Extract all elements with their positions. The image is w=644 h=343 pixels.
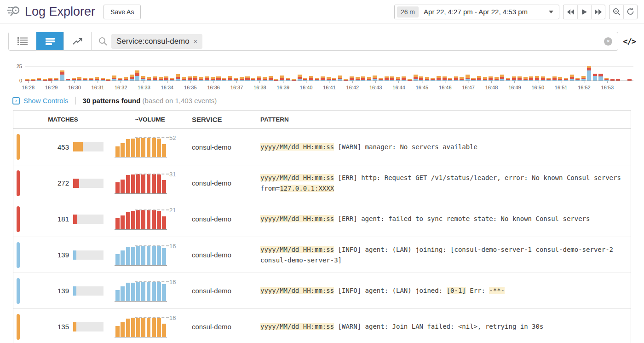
sparkline-max-label: 21 [169, 207, 176, 214]
x-axis-label: 16:48 [485, 81, 498, 91]
pattern-text: yyyy/MM/dd HH:mm:ss [INFO] agent: (LAN) … [260, 244, 631, 266]
severity-bar [17, 170, 20, 196]
x-axis-label: 16:33 [138, 81, 150, 91]
chevron-right-box-icon: › [12, 97, 20, 105]
severity-bar [17, 278, 20, 304]
zoom-refresh-controls [609, 5, 638, 19]
x-axis-label: 16:42 [346, 81, 359, 91]
pattern-text: yyyy/MM/dd HH:mm:ss [ERR] http: Request … [260, 173, 631, 194]
x-axis-label: 16:49 [508, 81, 521, 91]
view-toggle-list[interactable] [9, 32, 36, 50]
chevron-down-icon [549, 11, 553, 13]
matches-count: 181 [58, 215, 69, 223]
x-axis-label: 16:38 [253, 81, 266, 91]
sparkline-max-label: 16 [169, 279, 176, 285]
service-name: consul-demo [184, 143, 260, 151]
x-axis-label: 16:41 [323, 81, 336, 91]
sparkline-max-dash [135, 209, 169, 210]
x-axis-label: 16:31 [92, 81, 104, 91]
severity-bar [17, 242, 20, 268]
page-title: Log Explorer [25, 5, 95, 19]
service-column-header: SERVICE [184, 116, 260, 123]
step-back-button[interactable] [564, 5, 577, 19]
severity-bar [17, 206, 20, 232]
save-as-button[interactable]: Save As [104, 5, 141, 19]
sparkline-max-dash [135, 281, 169, 282]
sparkline-bars [115, 246, 166, 265]
service-name: consul-demo [184, 179, 260, 187]
table-row[interactable]: 272 31 consul-demo yyyy/MM/dd HH:mm:ss [… [13, 165, 631, 201]
view-toggle-patterns[interactable] [36, 32, 64, 50]
zoom-out-icon[interactable] [610, 5, 623, 19]
filter-chip-service[interactable]: Service:consul-demo × [111, 34, 202, 49]
x-axis-label: 16:36 [207, 81, 220, 91]
volume-sparkline: 21 [115, 209, 166, 230]
time-range-text: Apr 22, 4:27 pm - Apr 22, 4:53 pm [424, 8, 528, 16]
pattern-text: yyyy/MM/dd HH:mm:ss [INFO] agent: (LAN) … [260, 285, 631, 296]
play-button[interactable] [577, 5, 591, 19]
service-name: consul-demo [184, 215, 260, 223]
timeline-axis: 16:2816:2916:3016:3116:3216:3316:3416:35… [25, 81, 633, 90]
refresh-icon[interactable] [623, 5, 637, 19]
table-row[interactable]: 453 52 consul-demo yyyy/MM/dd HH:mm:ss [… [13, 129, 631, 165]
show-controls-label: Show Controls [23, 97, 69, 105]
volume-progress-bar [73, 322, 104, 331]
timeline-plot[interactable]: 25 0 [25, 66, 633, 81]
matches-column-header: MATCHES [23, 116, 104, 123]
query-syntax-icon[interactable]: </> [623, 37, 636, 46]
matches-count: 272 [58, 179, 69, 187]
severity-bar [17, 134, 20, 160]
gridline-25 [25, 66, 633, 67]
x-axis-label: 16:30 [68, 81, 81, 91]
sparkline-max-label: 16 [169, 314, 176, 321]
table-row[interactable]: 139 16 consul-demo yyyy/MM/dd HH:mm:ss [… [13, 273, 631, 308]
view-toggle-chart[interactable] [64, 32, 92, 50]
timeline-chart: 25 0 16:2816:2916:3016:3116:3216:3316:34… [25, 66, 633, 90]
search-toolbar: Service:consul-demo × × </> [8, 32, 636, 51]
sparkline-bars [115, 210, 166, 229]
chip-remove-icon[interactable]: × [194, 38, 197, 45]
patterns-found-count: 30 patterns found [83, 97, 141, 105]
sparkline-max-dash [135, 174, 169, 174]
clear-search-icon[interactable]: × [604, 37, 612, 46]
table-row[interactable]: 139 16 consul-demo yyyy/MM/dd HH:mm:ss [… [13, 237, 631, 273]
x-axis-label: 16:43 [369, 81, 382, 91]
matches-count: 453 [58, 143, 69, 151]
search-panel: Service:consul-demo × × [8, 32, 618, 51]
patterns-found-summary: 30 patterns found (based on 1,403 events… [83, 97, 217, 105]
x-axis-label: 16:46 [439, 81, 452, 91]
app-header: Log Explorer Save As 26 m Apr 22, 4:27 p… [0, 0, 644, 24]
time-range-picker[interactable]: 26 m Apr 22, 4:27 pm - Apr 22, 4:53 pm [394, 5, 559, 19]
volume-progress-bar [73, 179, 104, 188]
severity-bar [17, 314, 20, 340]
sparkline-max-label: 16 [169, 243, 176, 250]
x-axis-label: 16:50 [531, 81, 544, 91]
sparkline-bars [115, 282, 166, 301]
service-name: consul-demo [184, 323, 260, 331]
show-controls-link[interactable]: › Show Controls [12, 97, 69, 105]
search-icon [98, 37, 107, 46]
pattern-text: yyyy/MM/dd HH:mm:ss [WARN] manager: No s… [260, 142, 631, 152]
service-name: consul-demo [184, 287, 260, 295]
table-row[interactable]: 135 16 consul-demo yyyy/MM/dd HH:mm:ss [… [13, 308, 631, 343]
table-header-row: MATCHES ~VOLUME SERVICE PATTERN [13, 110, 631, 129]
sparkline-bars [115, 174, 166, 193]
results-summary-row: › Show Controls 30 patterns found (based… [12, 97, 644, 105]
sparkline-max-dash [135, 245, 169, 246]
x-axis-label: 16:29 [45, 81, 58, 91]
table-row[interactable]: 181 21 consul-demo yyyy/MM/dd HH:mm:ss [… [13, 201, 631, 237]
sparkline-bars [115, 318, 166, 337]
sparkline-max-dash [135, 317, 169, 318]
playback-controls [563, 5, 605, 19]
matches-count: 135 [58, 323, 69, 331]
sparkline-baseline [115, 157, 167, 157]
time-controls: 26 m Apr 22, 4:27 pm - Apr 22, 4:53 pm [394, 5, 638, 19]
step-forward-button[interactable] [591, 5, 605, 19]
volume-sparkline: 52 [115, 136, 166, 157]
pattern-column-header: PATTERN [260, 114, 631, 125]
pattern-text: yyyy/MM/dd HH:mm:ss [WARN] agent: Join L… [260, 321, 631, 332]
volume-sparkline: 16 [115, 280, 166, 302]
x-axis-label: 16:28 [22, 81, 35, 91]
service-name: consul-demo [184, 251, 260, 259]
volume-progress-bar [73, 286, 104, 296]
